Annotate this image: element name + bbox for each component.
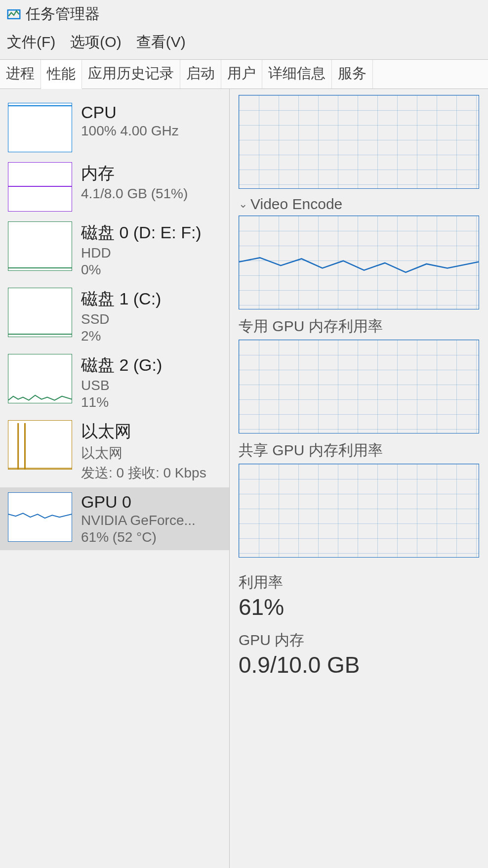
util-value: 61%	[239, 594, 479, 620]
gpu-detail-pane: ⌄ Video Encode 专用 GPU 内存利用率 共享 GPU 内存利用率…	[230, 89, 488, 868]
sidebar-item-gpu0[interactable]: GPU 0 NVIDIA GeForce... 61% (52 °C)	[0, 487, 229, 550]
gpu-graph-shared-mem[interactable]	[239, 464, 479, 558]
disk1-sparkline	[8, 288, 72, 337]
tab-users[interactable]: 用户	[221, 60, 262, 88]
disk0-pct: 0%	[81, 262, 221, 278]
gpu-mem-value: 0.9/10.0 GB	[239, 651, 479, 678]
disk0-type: HDD	[81, 245, 221, 261]
sidebar-item-disk1[interactable]: 磁盘 1 (C:) SSD 2%	[0, 283, 229, 349]
disk2-sparkline	[8, 354, 72, 403]
disk1-title: 磁盘 1 (C:)	[81, 288, 221, 310]
titlebar: 任务管理器	[0, 0, 488, 28]
disk2-title: 磁盘 2 (G:)	[81, 354, 221, 377]
dedicated-mem-label: 专用 GPU 内存利用率	[239, 316, 479, 337]
gpu0-stat: 61% (52 °C)	[81, 529, 221, 545]
performance-sidebar[interactable]: CPU 100% 4.00 GHz 内存 4.1/8.0 GB (51%) 磁盘…	[0, 89, 230, 868]
gpu-mem-label: GPU 内存	[239, 630, 479, 651]
sidebar-item-disk0[interactable]: 磁盘 0 (D: E: F:) HDD 0%	[0, 217, 229, 283]
gpu-graph-dedicated-mem[interactable]	[239, 340, 479, 434]
disk1-pct: 2%	[81, 328, 221, 344]
disk2-type: USB	[81, 378, 221, 393]
ethernet-net: 发送: 0 接收: 0 Kbps	[81, 464, 221, 482]
tab-app-history[interactable]: 应用历史记录	[82, 60, 180, 88]
menubar: 文件(F) 选项(O) 查看(V)	[0, 28, 488, 59]
memory-title: 内存	[81, 162, 221, 185]
tab-processes[interactable]: 进程	[0, 60, 41, 88]
tab-details[interactable]: 详细信息	[262, 60, 332, 88]
menu-options[interactable]: 选项(O)	[70, 32, 121, 52]
ethernet-iface: 以太网	[81, 444, 221, 463]
tab-performance[interactable]: 性能	[41, 60, 82, 89]
memory-sparkline	[8, 162, 72, 212]
util-label: 利用率	[239, 572, 479, 593]
gpu-graph-3d[interactable]	[239, 95, 479, 189]
cpu-sub: 100% 4.00 GHz	[81, 123, 221, 139]
cpu-title: CPU	[81, 103, 221, 122]
tab-services[interactable]: 服务	[332, 60, 373, 88]
tab-strip: 进程 性能 应用历史记录 启动 用户 详细信息 服务	[0, 59, 488, 89]
chevron-down-icon: ⌄	[239, 198, 247, 211]
ethernet-sparkline	[8, 420, 72, 470]
tab-startup[interactable]: 启动	[180, 60, 221, 88]
gpu0-name: NVIDIA GeForce...	[81, 513, 221, 528]
disk0-title: 磁盘 0 (D: E: F:)	[81, 221, 221, 244]
window-title: 任务管理器	[26, 4, 100, 24]
gpu0-sparkline	[8, 492, 72, 542]
sidebar-item-memory[interactable]: 内存 4.1/8.0 GB (51%)	[0, 157, 229, 217]
cpu-sparkline	[8, 103, 72, 152]
sidebar-item-cpu[interactable]: CPU 100% 4.00 GHz	[0, 98, 229, 157]
disk1-type: SSD	[81, 311, 221, 327]
video-encode-header[interactable]: ⌄ Video Encode	[239, 196, 479, 213]
menu-view[interactable]: 查看(V)	[136, 32, 186, 52]
shared-mem-label: 共享 GPU 内存利用率	[239, 440, 479, 461]
gpu-graph-video-encode[interactable]	[239, 216, 479, 309]
video-encode-label: Video Encode	[250, 196, 342, 213]
memory-sub: 4.1/8.0 GB (51%)	[81, 186, 221, 202]
menu-file[interactable]: 文件(F)	[7, 32, 55, 52]
task-manager-icon	[7, 7, 21, 21]
sidebar-item-ethernet[interactable]: 以太网 以太网 发送: 0 接收: 0 Kbps	[0, 415, 229, 487]
disk2-pct: 11%	[81, 394, 221, 410]
ethernet-title: 以太网	[81, 420, 221, 443]
sidebar-item-disk2[interactable]: 磁盘 2 (G:) USB 11%	[0, 349, 229, 415]
disk0-sparkline	[8, 221, 72, 271]
gpu0-title: GPU 0	[81, 492, 221, 512]
